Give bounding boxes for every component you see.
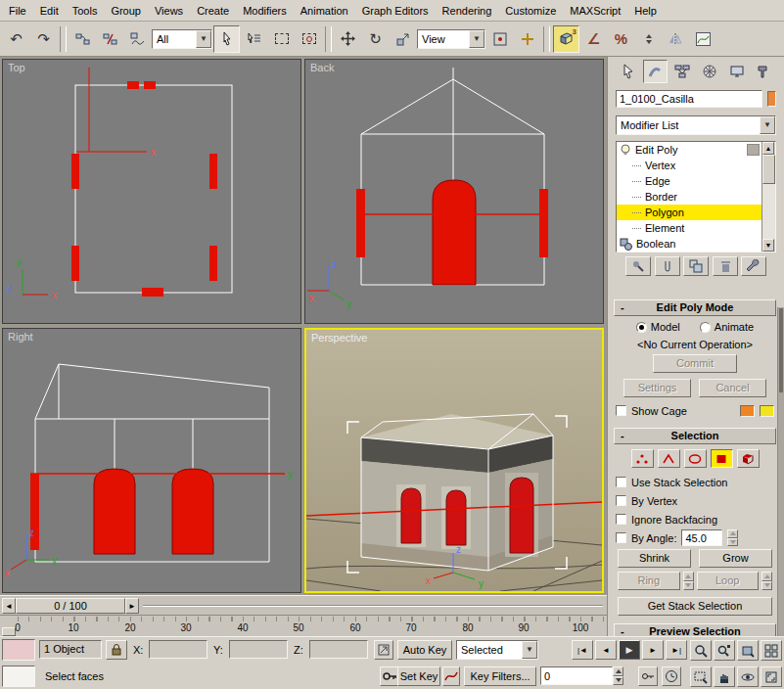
ring-spinner[interactable] [683, 572, 694, 590]
ignore-backfacing-checkbox[interactable] [616, 514, 626, 525]
absolute-offset-toggle-button[interactable] [374, 640, 393, 660]
zoom-extents-all-button[interactable] [761, 640, 782, 661]
time-slider-next-arrow[interactable]: ► [125, 598, 139, 614]
time-slider-prev-arrow[interactable]: ◄ [2, 598, 16, 614]
x-coord-field[interactable] [149, 640, 208, 659]
cancel-button[interactable]: Cancel [699, 379, 766, 397]
polygon-subobject-button[interactable] [711, 449, 733, 468]
panel-scroll-thumb[interactable] [779, 308, 783, 392]
rollout-selection[interactable]: - Selection [614, 428, 776, 444]
maximize-viewport-button[interactable] [761, 666, 782, 687]
go-to-start-button[interactable]: |◄ [572, 640, 593, 660]
percent-snap-button[interactable]: % [608, 25, 634, 53]
animate-radio-group[interactable]: Animate [700, 321, 754, 333]
viewport-back-label[interactable]: Back [310, 62, 334, 73]
spinner-snap-button[interactable] [635, 25, 662, 53]
menu-customize[interactable]: Customize [498, 2, 563, 20]
scroll-down-icon[interactable]: ▼ [762, 239, 774, 252]
loop-spinner[interactable] [761, 572, 772, 590]
set-key-button[interactable]: Set Key [397, 666, 440, 686]
scroll-up-icon[interactable]: ▲ [762, 142, 774, 155]
collapse-icon[interactable]: - [621, 300, 624, 315]
stack-row-element[interactable]: Element [617, 220, 761, 236]
zoom-button[interactable] [690, 640, 712, 661]
reference-coordinate-combo[interactable]: View ▼ [417, 29, 485, 49]
time-configuration-button[interactable] [662, 666, 681, 686]
menu-rendering[interactable]: Rendering [436, 2, 499, 20]
viewport-right-canvas[interactable]: y z y x [3, 329, 300, 592]
loop-button[interactable]: Loop [697, 572, 760, 590]
configure-modifier-sets-button[interactable] [741, 256, 766, 276]
by-angle-spinner[interactable] [727, 529, 738, 546]
remove-modifier-button[interactable] [713, 256, 738, 276]
angle-snap-button[interactable]: ∠ [580, 25, 607, 53]
select-and-manipulate-button[interactable] [514, 25, 540, 53]
ring-button[interactable]: Ring [618, 572, 680, 590]
menu-views[interactable]: Views [148, 2, 190, 20]
viewport-top-label[interactable]: Top [8, 62, 25, 73]
bind-to-spacewarp-button[interactable] [124, 25, 151, 53]
stack-row-edge[interactable]: Edge [617, 173, 761, 189]
track-bar-swatch[interactable] [2, 666, 35, 687]
dropdown-arrow-icon[interactable]: ▼ [469, 30, 484, 48]
y-coord-field[interactable] [229, 640, 288, 659]
use-pivot-center-button[interactable] [486, 25, 513, 53]
by-angle-field[interactable] [681, 529, 722, 546]
stack-row-polygon[interactable]: Polygon [617, 205, 761, 220]
previous-frame-button[interactable]: ◄ [595, 640, 617, 660]
viewport-perspective[interactable]: Perspective [304, 328, 604, 593]
menu-file[interactable]: File [2, 2, 33, 20]
auto-key-button[interactable]: Auto Key [397, 640, 452, 660]
menu-help[interactable]: Help [627, 2, 664, 20]
tab-motion[interactable] [697, 60, 721, 83]
tab-hierarchy[interactable] [670, 60, 695, 83]
edge-subobject-button[interactable] [658, 449, 680, 468]
stack-row-boolean[interactable]: Boolean [617, 236, 761, 252]
stack-row-border[interactable]: Border [617, 189, 761, 205]
vertex-subobject-button[interactable] [631, 449, 654, 468]
model-radio[interactable] [636, 322, 647, 333]
select-by-name-button[interactable] [241, 25, 267, 53]
go-to-end-button[interactable]: ►| [666, 640, 687, 660]
track-bar[interactable]: 0 10 20 30 40 50 60 70 80 90 100 [0, 615, 607, 636]
modifier-fade-box[interactable] [747, 144, 760, 156]
mini-curve-editor-button[interactable] [2, 627, 16, 636]
select-and-move-button[interactable] [335, 25, 361, 53]
pin-stack-button[interactable] [625, 256, 651, 276]
cage-color-swatch[interactable] [740, 405, 755, 417]
unlink-selection-button[interactable] [97, 25, 123, 53]
use-stack-selection-checkbox[interactable] [616, 477, 626, 487]
menu-tools[interactable]: Tools [66, 2, 105, 20]
selection-filter-combo[interactable]: Selected ▼ [456, 640, 538, 660]
modifier-list-combo[interactable]: Modifier List ▼ [616, 115, 776, 135]
by-angle-checkbox[interactable] [616, 532, 626, 543]
pan-button[interactable] [714, 666, 735, 687]
cage-selected-color-swatch[interactable] [760, 405, 774, 417]
animate-radio[interactable] [700, 322, 711, 333]
menu-modifiers[interactable]: Modifiers [236, 2, 294, 20]
select-object-button[interactable] [213, 25, 240, 53]
select-and-link-button[interactable] [69, 25, 96, 53]
zoom-all-button[interactable] [714, 640, 735, 661]
viewport-top[interactable]: Top x x y z [2, 59, 301, 324]
make-unique-button[interactable] [683, 256, 709, 276]
selection-lock-button[interactable] [106, 640, 127, 660]
track-selection-swatch[interactable] [2, 639, 35, 661]
panel-scrollbar[interactable] [777, 307, 784, 636]
time-slider-track[interactable] [143, 605, 603, 607]
key-filters-button[interactable]: Key Filters... [464, 666, 536, 686]
by-vertex-checkbox[interactable] [616, 495, 626, 506]
tab-create[interactable] [616, 60, 640, 83]
stack-scroll-thumb[interactable] [762, 155, 775, 184]
dropdown-arrow-icon[interactable]: ▼ [760, 116, 775, 134]
zoom-region-button[interactable] [690, 666, 712, 687]
menu-graph-editors[interactable]: Graph Editors [355, 2, 436, 20]
collapse-icon[interactable]: - [621, 429, 624, 443]
arc-rotate-button[interactable] [737, 666, 759, 687]
dropdown-arrow-icon[interactable]: ▼ [522, 641, 537, 659]
named-selection-combo[interactable]: All ▼ [152, 29, 212, 49]
curve-editor-button[interactable] [690, 25, 716, 53]
element-subobject-button[interactable] [737, 449, 760, 468]
select-and-scale-button[interactable] [390, 25, 416, 53]
frame-spinner[interactable] [613, 666, 623, 685]
